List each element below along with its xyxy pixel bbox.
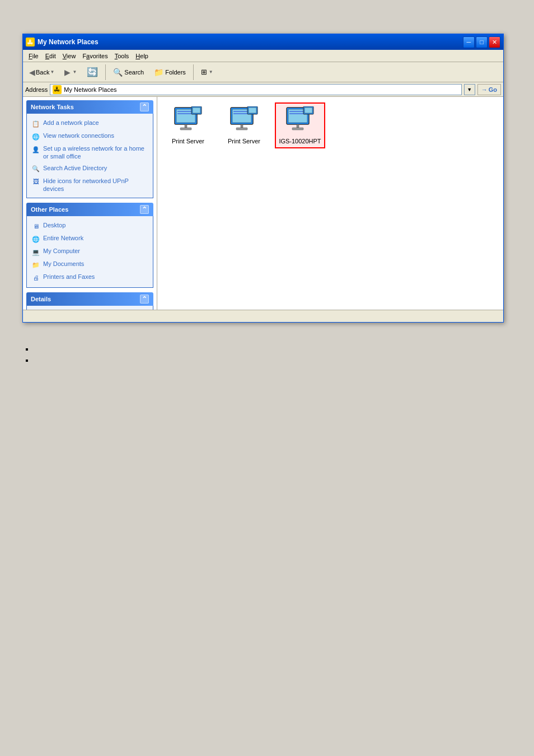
address-field[interactable]: 🖧 My Network Places: [50, 84, 461, 95]
file-item-igs-10020hpt[interactable]: IGS-10020HPT: [275, 102, 325, 148]
entire-network-label: Entire Network: [43, 234, 83, 242]
back-label: Back: [36, 69, 49, 76]
address-location-icon: 🖧: [53, 85, 62, 94]
bullet-list: [22, 345, 512, 364]
forward-arrow-icon: ▶: [64, 68, 71, 77]
details-title: Details: [31, 296, 51, 302]
svg-rect-13: [236, 128, 247, 130]
address-value: My Network Places: [64, 86, 116, 93]
desktop-label: Desktop: [43, 221, 65, 229]
svg-rect-12: [241, 124, 243, 128]
my-documents-icon: 📁: [31, 260, 40, 269]
details-header: Details ⌃: [26, 292, 153, 306]
folders-icon: 📁: [154, 68, 163, 77]
sidebar-item-printers-faxes[interactable]: 🖨 Printers and Faxes: [29, 271, 151, 284]
menu-view[interactable]: View: [59, 52, 79, 60]
window-title: My Network Places: [38, 38, 99, 46]
search-active-directory-icon: 🔍: [31, 165, 40, 174]
view-network-connections-label: View network connections: [43, 132, 114, 139]
view-button[interactable]: ⊞ ▼: [197, 66, 217, 78]
go-label: Go: [489, 86, 497, 93]
hide-upnp-label: Hide icons for networked UPnP devices: [43, 177, 148, 193]
window-icon: 🖧: [26, 38, 35, 46]
my-computer-label: My Computer: [43, 247, 80, 255]
menu-edit[interactable]: Edit: [42, 52, 59, 60]
file-item-print-server-2[interactable]: Print Server: [219, 102, 269, 148]
svg-rect-7: [193, 108, 200, 113]
forward-dropdown-icon: ▼: [72, 69, 77, 74]
sidebar-item-view-network-connections[interactable]: 🌐 View network connections: [29, 130, 151, 143]
bullet-item-2: [34, 356, 512, 364]
go-button[interactable]: → Go: [477, 84, 501, 95]
other-places-header: Other Places ⌃: [26, 203, 153, 216]
folders-button[interactable]: 📁 Folders: [150, 66, 190, 79]
forward-button[interactable]: ▶ ▼: [60, 66, 81, 79]
title-bar-left: 🖧 My Network Places: [26, 38, 99, 46]
view-dropdown-icon: ▼: [209, 69, 213, 74]
other-places-body: 🖥 Desktop 🌐 Entire Network 💻 My Computer: [26, 216, 153, 288]
sidebar-item-entire-network[interactable]: 🌐 Entire Network: [29, 232, 151, 245]
sidebar-item-desktop[interactable]: 🖥 Desktop: [29, 220, 151, 232]
sidebar-item-hide-upnp[interactable]: 🖼 Hide icons for networked UPnP devices: [29, 175, 151, 195]
search-button[interactable]: 🔍 Search: [109, 66, 148, 79]
menu-bar: File Edit View Favorites Tools Help: [23, 50, 503, 62]
address-label: Address: [25, 86, 48, 93]
entire-network-icon: 🌐: [31, 235, 40, 244]
other-places-section: Other Places ⌃ 🖥 Desktop 🌐 Entire Networ…: [26, 203, 153, 288]
close-button[interactable]: ✕: [489, 36, 500, 48]
minimize-button[interactable]: ─: [463, 36, 475, 48]
menu-help[interactable]: Help: [132, 52, 152, 60]
svg-rect-15: [249, 108, 256, 113]
address-bar: Address 🖧 My Network Places ▼ → Go: [23, 82, 503, 97]
refresh-button[interactable]: 🔄: [83, 64, 102, 80]
sidebar-item-setup-wireless[interactable]: 👤 Set up a wireless network for a home o…: [29, 143, 151, 162]
file-label-print-server-1: Print Server: [172, 138, 204, 144]
my-documents-label: My Documents: [43, 260, 84, 268]
title-controls: ─ □ ✕: [463, 36, 500, 48]
sidebar-item-add-network-place[interactable]: 📋 Add a network place: [29, 117, 151, 130]
toolbar-separator-2: [193, 64, 194, 80]
printers-faxes-label: Printers and Faxes: [43, 273, 95, 281]
details-collapse-button[interactable]: ⌃: [140, 295, 149, 304]
refresh-icon: 🔄: [87, 67, 98, 77]
printers-faxes-icon: 🖨: [31, 273, 40, 282]
toolbar-separator-1: [105, 64, 106, 80]
main-content: Network Tasks ⌃ 📋 Add a network place 🌐 …: [23, 97, 503, 310]
menu-file[interactable]: File: [25, 52, 42, 60]
my-computer-icon: 💻: [31, 248, 40, 256]
network-tasks-collapse-button[interactable]: ⌃: [140, 102, 149, 111]
file-label-igs-10020hpt: IGS-10020HPT: [279, 138, 321, 144]
sidebar-item-search-active-directory[interactable]: 🔍 Search Active Directory: [29, 162, 151, 175]
menu-tools[interactable]: Tools: [111, 52, 133, 60]
desktop-icon: 🖥: [31, 222, 40, 231]
svg-rect-5: [180, 128, 191, 130]
other-places-collapse-button[interactable]: ⌃: [140, 205, 149, 214]
file-item-print-server-1[interactable]: Print Server: [163, 102, 213, 148]
back-button[interactable]: ◀ Back ▼: [25, 66, 58, 79]
network-tasks-header: Network Tasks ⌃: [26, 100, 153, 114]
hide-upnp-icon: 🖼: [31, 178, 40, 186]
maximize-button[interactable]: □: [476, 36, 488, 48]
svg-rect-20: [297, 124, 299, 128]
other-places-title: Other Places: [31, 206, 68, 213]
network-tasks-section: Network Tasks ⌃ 📋 Add a network place 🌐 …: [26, 100, 153, 198]
bullet-item-1: [34, 345, 512, 353]
title-bar: 🖧 My Network Places ─ □ ✕: [23, 34, 503, 50]
file-label-print-server-2: Print Server: [228, 138, 260, 144]
address-dropdown-button[interactable]: ▼: [464, 84, 475, 95]
svg-rect-21: [292, 128, 303, 130]
back-arrow-icon: ◀: [29, 68, 35, 77]
svg-rect-23: [305, 108, 312, 113]
view-icon: ⊞: [201, 68, 207, 76]
details-body: My Network Places: [26, 306, 153, 310]
search-label: Search: [124, 69, 144, 76]
go-arrow-icon: →: [481, 86, 488, 93]
menu-favorites[interactable]: Favorites: [79, 52, 111, 60]
sidebar-item-my-documents[interactable]: 📁 My Documents: [29, 258, 151, 271]
left-panel: Network Tasks ⌃ 📋 Add a network place 🌐 …: [23, 97, 157, 310]
view-network-connections-icon: 🌐: [31, 132, 40, 141]
folders-label: Folders: [165, 69, 186, 76]
details-name: My Network Places: [29, 309, 151, 310]
window: 🖧 My Network Places ─ □ ✕ File Edit View…: [22, 34, 504, 323]
sidebar-item-my-computer[interactable]: 💻 My Computer: [29, 245, 151, 258]
